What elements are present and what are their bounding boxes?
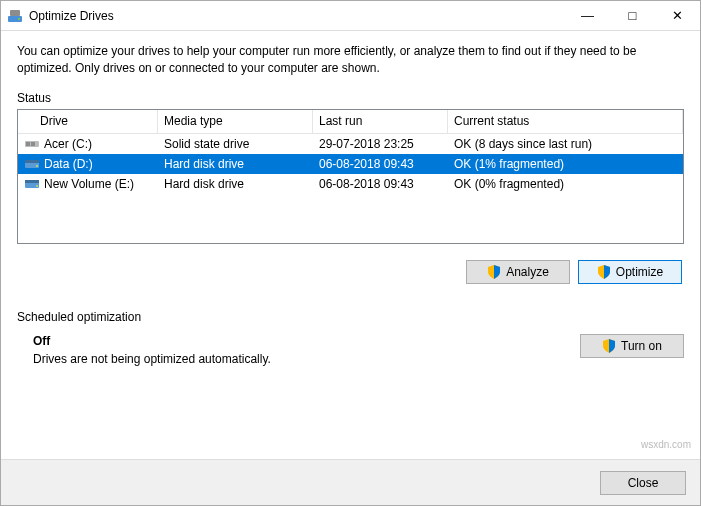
optimize-drives-window: Optimize Drives — □ ✕ You can optimize y… [0,0,701,506]
window-title: Optimize Drives [29,9,565,23]
description-text: You can optimize your drives to help you… [17,43,684,77]
scheduled-text: Off Drives are not being optimized autom… [17,334,271,366]
shield-icon [602,339,616,353]
watermark: wsxdn.com [641,439,691,450]
svg-point-8 [36,165,38,167]
footer-close-button[interactable]: Close [600,471,686,495]
turn-on-label: Turn on [621,339,662,353]
cell-last-run: 06-08-2018 09:43 [313,177,448,191]
column-header-last[interactable]: Last run [313,110,448,133]
hdd-icon [24,156,40,172]
svg-rect-10 [25,180,39,183]
optimize-label: Optimize [616,265,663,279]
cell-media: Solid state drive [158,137,313,151]
minimize-button[interactable]: — [565,1,610,30]
titlebar: Optimize Drives — □ ✕ [1,1,700,31]
column-header-media[interactable]: Media type [158,110,313,133]
action-buttons: Analyze Optimize [17,260,684,284]
analyze-label: Analyze [506,265,549,279]
cell-media: Hard disk drive [158,177,313,191]
analyze-button[interactable]: Analyze [466,260,570,284]
scheduled-state: Off [33,334,271,348]
optimize-button[interactable]: Optimize [578,260,682,284]
cell-last-run: 29-07-2018 23:25 [313,137,448,151]
column-header-drive[interactable]: Drive [18,110,158,133]
cell-media: Hard disk drive [158,157,313,171]
cell-status: OK (0% fragmented) [448,177,683,191]
drive-name: New Volume (E:) [44,177,134,191]
shield-icon [487,265,501,279]
content-area: You can optimize your drives to help you… [1,31,700,459]
maximize-button[interactable]: □ [610,1,655,30]
drive-name: Data (D:) [44,157,93,171]
status-label: Status [17,91,684,105]
svg-point-11 [36,185,38,187]
drive-list-header: Drive Media type Last run Current status [18,110,683,134]
drive-rows: Acer (C:)Solid state drive29-07-2018 23:… [18,134,683,194]
window-controls: — □ ✕ [565,1,700,30]
column-header-status[interactable]: Current status [448,110,683,133]
close-button[interactable]: ✕ [655,1,700,30]
cell-drive: Acer (C:) [18,136,158,152]
cell-last-run: 06-08-2018 09:43 [313,157,448,171]
drive-name: Acer (C:) [44,137,92,151]
table-row[interactable]: New Volume (E:)Hard disk drive06-08-2018… [18,174,683,194]
svg-rect-4 [26,142,30,146]
turn-on-button[interactable]: Turn on [580,334,684,358]
svg-point-2 [18,18,20,20]
svg-rect-7 [25,160,39,163]
ssd-icon [24,136,40,152]
hdd-icon [24,176,40,192]
scheduled-description: Drives are not being optimized automatic… [33,352,271,366]
drive-list: Drive Media type Last run Current status… [17,109,684,244]
close-label: Close [628,476,659,490]
shield-icon [597,265,611,279]
cell-status: OK (8 days since last run) [448,137,683,151]
cell-drive: Data (D:) [18,156,158,172]
svg-rect-1 [10,10,20,16]
table-row[interactable]: Acer (C:)Solid state drive29-07-2018 23:… [18,134,683,154]
scheduled-section: Scheduled optimization Off Drives are no… [17,310,684,366]
footer: Close [1,459,700,505]
svg-rect-5 [31,142,35,146]
cell-status: OK (1% fragmented) [448,157,683,171]
scheduled-label: Scheduled optimization [17,310,684,324]
table-row[interactable]: Data (D:)Hard disk drive06-08-2018 09:43… [18,154,683,174]
app-icon [7,8,23,24]
cell-drive: New Volume (E:) [18,176,158,192]
